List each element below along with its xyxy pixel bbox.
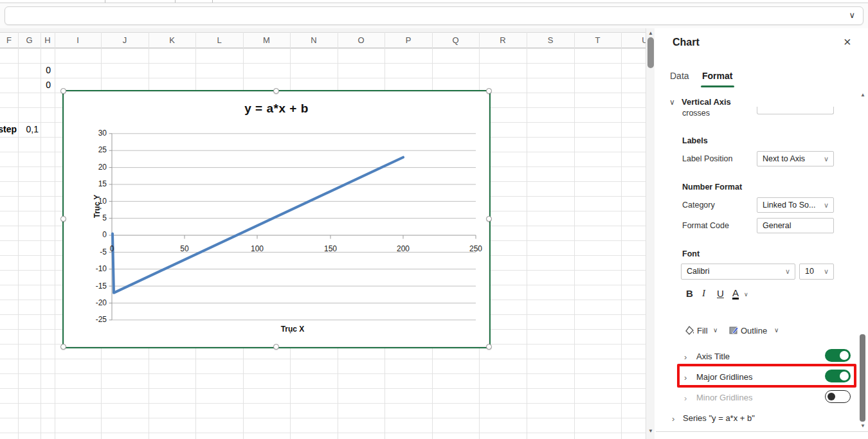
scroll-up-icon[interactable]: ▲	[646, 30, 655, 36]
tab-data[interactable]: Data	[670, 71, 689, 81]
column-header-f[interactable]: F	[0, 33, 18, 48]
tab-format[interactable]: Format	[702, 71, 732, 81]
font-color-button[interactable]: A	[732, 288, 739, 300]
x-tick-label: 250	[462, 244, 490, 253]
top-strip-separator	[105, 0, 105, 3]
resize-handle[interactable]	[486, 216, 492, 222]
y-axis-title[interactable]: Trục Y	[93, 181, 102, 232]
gridline	[574, 32, 575, 439]
resize-handle[interactable]	[486, 344, 492, 350]
scrollbar-thumb[interactable]	[647, 37, 654, 68]
chevron-down-icon: ∨	[785, 267, 790, 276]
outline-button[interactable]: Outline	[741, 326, 767, 336]
column-header-i[interactable]: I	[55, 33, 101, 48]
label-position-value: Next to Axis	[763, 154, 805, 163]
chevron-down-icon[interactable]: ∨	[669, 98, 675, 107]
formula-bar-expand-icon[interactable]: ∨	[849, 10, 855, 20]
scroll-up-icon[interactable]: ▲	[858, 92, 868, 98]
format-code-input[interactable]: General	[757, 218, 834, 233]
column-header-t[interactable]: T	[574, 33, 621, 48]
column-header-s[interactable]: S	[527, 33, 574, 48]
top-strip-separator	[212, 0, 213, 3]
cell-h-value[interactable]: 0	[41, 78, 55, 93]
category-dropdown[interactable]: Linked To So... ∨	[757, 197, 834, 213]
sheet-vertical-scrollbar[interactable]: ▲ ▼	[646, 28, 655, 439]
app-window: ∨ F G H I J K L M N O P Q R S T U	[0, 0, 868, 439]
font-size-dropdown[interactable]: 10 ∨	[799, 264, 834, 280]
panel-title: Chart	[673, 37, 700, 48]
chevron-right-icon[interactable]: ›	[684, 352, 687, 362]
y-tick-label: 25	[81, 145, 107, 154]
resize-handle[interactable]	[273, 88, 279, 94]
chart-plot-area	[64, 91, 489, 347]
label-position-dropdown[interactable]: Next to Axis ∨	[757, 151, 834, 166]
column-header-p[interactable]: P	[384, 33, 432, 48]
cell-step-value[interactable]: 0,1	[18, 122, 41, 137]
chevron-down-icon[interactable]: ∨	[713, 327, 718, 334]
chevron-down-icon[interactable]: ∨	[744, 291, 748, 298]
fill-bucket-icon	[685, 325, 695, 336]
axis-title-row[interactable]: Axis Title	[696, 352, 730, 361]
crosses-input[interactable]	[757, 107, 834, 114]
minor-gridlines-row[interactable]: Minor Gridlines	[696, 393, 752, 402]
y-tick-label: -10	[81, 264, 107, 273]
x-tick-label: 50	[170, 244, 199, 253]
formula-bar-input[interactable]: ∨	[5, 6, 863, 25]
label-position-label: Label Position	[682, 154, 733, 163]
chevron-down-icon: ∨	[824, 267, 829, 276]
chart-format-panel: Chart × Data Format ∨ Vertical Axis cros…	[656, 28, 868, 439]
chevron-down-icon[interactable]: ∨	[774, 327, 779, 334]
underline-button[interactable]: U	[717, 288, 724, 299]
column-header-l[interactable]: L	[195, 33, 243, 48]
font-heading: Font	[682, 249, 700, 258]
y-tick-label: -15	[81, 282, 107, 291]
column-header-g[interactable]: G	[18, 33, 41, 48]
resize-handle[interactable]	[486, 88, 492, 94]
gridline	[55, 32, 55, 439]
cell-h-value[interactable]: 0	[41, 63, 55, 78]
close-icon[interactable]: ×	[844, 35, 851, 49]
resize-handle[interactable]	[273, 344, 279, 350]
embedded-chart[interactable]: y = a*x + b	[64, 91, 489, 347]
column-header-m[interactable]: M	[243, 33, 290, 48]
chevron-right-icon[interactable]: ›	[672, 414, 674, 424]
column-header-h[interactable]: H	[41, 33, 55, 48]
x-tick-label: 200	[389, 244, 417, 253]
gridline	[527, 32, 527, 439]
resize-handle[interactable]	[60, 344, 66, 350]
column-header-q[interactable]: Q	[432, 33, 479, 48]
gridline	[41, 32, 41, 439]
column-header-k[interactable]: K	[149, 33, 195, 48]
format-code-label: Format Code	[682, 221, 729, 230]
column-header-n[interactable]: N	[290, 33, 338, 48]
column-header-u[interactable]: U	[621, 33, 646, 48]
cell-step-label[interactable]: step	[0, 122, 18, 137]
x-axis-title[interactable]: Trục X	[260, 325, 325, 334]
font-family-dropdown[interactable]: Calibri ∨	[681, 264, 795, 280]
minor-gridlines-toggle[interactable]	[825, 390, 851, 403]
category-label: Category	[682, 201, 715, 210]
scroll-down-icon[interactable]: ▼	[646, 428, 655, 434]
bold-button[interactable]: B	[686, 288, 693, 299]
chevron-right-icon[interactable]: ›	[684, 393, 687, 403]
y-tick-label: -20	[81, 298, 107, 307]
formula-bar-zone: ∨	[0, 4, 868, 28]
series-row[interactable]: Series "y = a*x + b"	[683, 413, 755, 423]
column-header-j[interactable]: J	[101, 33, 149, 48]
series-line[interactable]	[113, 157, 403, 293]
fill-button[interactable]: Fill	[697, 326, 708, 336]
y-tick-label: 20	[81, 163, 107, 172]
column-headers: F G H I J K L M N O P Q R S T U	[0, 32, 646, 48]
column-header-r[interactable]: R	[479, 33, 527, 48]
italic-button[interactable]: I	[702, 288, 705, 299]
column-header-o[interactable]: O	[338, 33, 384, 48]
axis-title-toggle[interactable]	[825, 349, 851, 362]
active-tab-underline	[701, 85, 734, 87]
resize-handle[interactable]	[60, 88, 66, 94]
major-gridlines-highlight	[677, 364, 856, 388]
scroll-down-icon[interactable]: ▼	[858, 423, 868, 429]
scrollbar-thumb[interactable]	[860, 334, 865, 422]
section-vertical-axis[interactable]: Vertical Axis	[682, 97, 731, 107]
gridline	[18, 32, 19, 439]
resize-handle[interactable]	[60, 216, 66, 222]
